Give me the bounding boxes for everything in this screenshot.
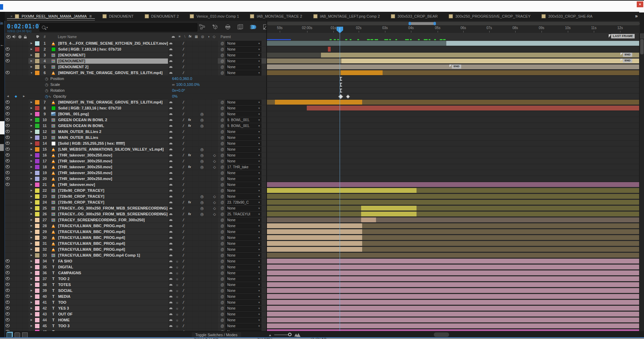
layer-row[interactable]: ▶4[DENOUMENT]/@None▾END (5, 58, 639, 64)
av-cell[interactable] (17, 170, 23, 176)
layer-duration-track[interactable] (266, 194, 639, 199)
switch-cell[interactable]: ☼ (174, 323, 180, 329)
link-dimensions-icon[interactable]: ∞ (172, 82, 175, 87)
switch-cell[interactable] (187, 194, 193, 199)
switch-cell[interactable]: / (180, 41, 187, 46)
zoom-slider-thumb[interactable] (288, 333, 292, 336)
layer-row-left[interactable]: ▶7[MIDNIGHT_IN_THE_ORANGE_GROVE_BTS_LILI… (5, 99, 266, 105)
layer-expander[interactable]: ▶ (28, 201, 35, 204)
layer-duration-track[interactable] (266, 41, 639, 46)
av-cell[interactable] (23, 305, 28, 311)
layer-row[interactable]: ▶31[TRACEYULLMAN_BBC_PROG.mp4]/@None▾ (5, 241, 639, 247)
av-cell[interactable] (11, 311, 17, 317)
pick-whip-icon[interactable]: @ (221, 230, 224, 234)
switch-cell[interactable]: / (180, 188, 187, 193)
eye-icon[interactable] (6, 130, 10, 133)
parent-dropdown[interactable]: None▾ (225, 241, 261, 246)
switch-cell[interactable]: / (180, 105, 187, 111)
layer-expander[interactable]: ▶ (28, 142, 35, 145)
switch-cell[interactable] (212, 282, 218, 287)
av-cell[interactable] (23, 70, 28, 75)
switch-cell[interactable] (168, 111, 174, 117)
switch-cell[interactable] (174, 41, 180, 46)
switch-cell[interactable] (205, 123, 212, 128)
layer-name[interactable]: [728x90_CROP_TRACEY] (57, 188, 168, 193)
layer-duration-track[interactable] (266, 317, 639, 323)
switch-cell[interactable] (174, 123, 180, 128)
av-cell[interactable] (11, 229, 17, 234)
av-cell[interactable] (11, 158, 17, 164)
switch-cell[interactable] (187, 182, 193, 187)
layer-name[interactable]: [THR_takeover_300x250.mov] (57, 164, 168, 170)
switch-cell[interactable] (199, 188, 205, 193)
layer-row-left[interactable]: ▶33[TRACEYULLMAN_BBC_PROG.mp4 Comp 1]/@N… (5, 252, 266, 258)
av-cell[interactable] (23, 41, 28, 46)
eye-icon[interactable] (6, 142, 10, 145)
label-color-chip[interactable] (35, 188, 40, 193)
layer-duration-track[interactable] (266, 146, 639, 152)
layer-row-left[interactable]: ▶41TTOO☼/@None▾ (5, 300, 266, 305)
switch-cell[interactable] (168, 158, 174, 164)
stopwatch-icon[interactable]: ◷ (45, 82, 48, 87)
switch-cell[interactable] (187, 235, 193, 240)
eye-icon[interactable] (6, 324, 10, 327)
layer-row[interactable]: ▶34TFA SHO☼/@None▾ (5, 258, 639, 264)
switch-cell[interactable]: ◇ (212, 152, 218, 158)
layer-row[interactable]: ▶19[THR_takeover_300x250.mov]/@None▾ (5, 170, 639, 176)
layer-row-left[interactable]: ▶24[728x90_CROP_TRACEY]/fx◎◇@23. 728x90_… (5, 199, 266, 205)
av-cell[interactable] (17, 323, 23, 329)
layer-name[interactable]: [TRACEY...OG_300x250_FROM_WEB_SCREENRECO… (57, 212, 168, 217)
av-cell[interactable] (17, 223, 23, 229)
switch-cell[interactable]: ☼ (174, 311, 180, 317)
eye-icon[interactable] (6, 177, 10, 180)
av-cell[interactable] (17, 117, 23, 123)
av-cell[interactable] (23, 205, 28, 211)
av-cell[interactable] (11, 41, 17, 46)
label-color-chip[interactable] (35, 194, 40, 199)
layer-duration-track[interactable] (266, 305, 639, 311)
layer-duration-track[interactable] (266, 241, 639, 247)
switch-cell[interactable] (199, 300, 205, 305)
layer-row-left[interactable]: ▶10GREEN OCEAN IN BOWL 2/fx◎@9. BOWL_001… (5, 117, 266, 123)
search-dropdown-chevron-icon[interactable]: ▾ (46, 26, 48, 29)
layer-duration-track[interactable] (266, 270, 639, 276)
parent-dropdown[interactable]: None▾ (225, 318, 261, 323)
layer-marker-end[interactable]: END (620, 59, 632, 63)
av-cell[interactable] (5, 264, 11, 270)
av-cell[interactable] (11, 294, 17, 299)
layer-row[interactable]: ▶33[TRACEYULLMAN_BBC_PROG.mp4 Comp 1]/@N… (5, 252, 639, 258)
switch-cell[interactable] (187, 288, 193, 293)
av-cell[interactable] (17, 294, 23, 299)
switch-cell[interactable] (205, 211, 212, 217)
label-color-chip[interactable] (35, 176, 40, 181)
layer-row[interactable]: ▶23[728x90_CROP_TRACEY]/◎◇@None▾ (5, 194, 639, 199)
label-color-chip[interactable] (35, 141, 40, 146)
switch-cell[interactable] (205, 229, 212, 234)
av-cell[interactable] (17, 41, 23, 46)
switch-cell[interactable] (193, 188, 199, 193)
switch-cell[interactable] (193, 64, 199, 70)
av-cell[interactable] (11, 264, 17, 270)
switch-cell[interactable] (168, 311, 174, 317)
switch-cell[interactable] (187, 217, 193, 223)
av-cell[interactable] (17, 105, 23, 111)
property-value[interactable]: 640.0,360.0 (172, 77, 192, 81)
layer-expander[interactable]: ▶ (28, 260, 35, 262)
lock-column-icon[interactable] (23, 35, 28, 39)
switch-cell[interactable]: / (180, 288, 187, 293)
layer-row-left[interactable]: ▶20[THR_takeover_300x250.mov]/@None▾ (5, 176, 266, 182)
switch-cell[interactable]: ◎ (199, 205, 205, 211)
av-cell[interactable] (17, 152, 23, 158)
switch-cell[interactable] (212, 235, 218, 240)
av-cell[interactable] (5, 46, 11, 52)
layer-expander[interactable]: ▶ (28, 113, 35, 115)
pick-whip-icon[interactable]: @ (221, 112, 224, 116)
layer-name[interactable]: [MIDNIGHT_IN_THE_ORANGE_GROVE_BTS_LILITH… (57, 100, 168, 105)
layer-expander[interactable]: ▶ (28, 224, 35, 227)
switch-cell[interactable] (205, 258, 212, 264)
switch-cell[interactable]: / (180, 64, 187, 70)
parent-dropdown[interactable]: None▾ (225, 100, 261, 105)
switch-cell[interactable] (205, 188, 212, 193)
layer-row[interactable]: ▶15[LNR_WEBSITE_ANIMATIONS_SILICON_VALLE… (5, 146, 639, 152)
switch-cell[interactable]: ☼ (174, 288, 180, 293)
